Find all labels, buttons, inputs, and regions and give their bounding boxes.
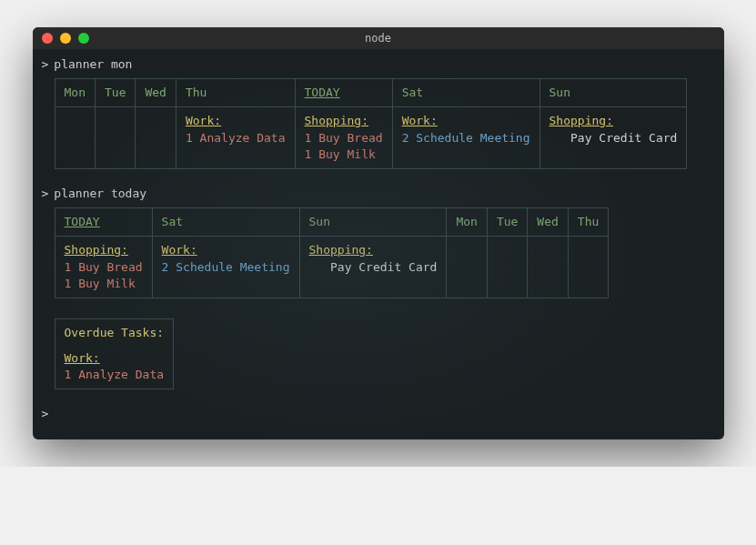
day-header: Thu [176, 79, 295, 107]
day-header: Thu [568, 208, 608, 237]
prompt-symbol: > [42, 187, 49, 200]
prompt-line-3[interactable]: > [42, 406, 715, 422]
task-text: Buy Milk [311, 147, 375, 161]
task-line: Pay Credit Card [549, 130, 678, 146]
day-header: Wed [528, 208, 568, 237]
day-header: Mon [55, 79, 95, 107]
command-1: planner mon [54, 57, 132, 71]
task-category: Work: [162, 242, 290, 258]
day-cell: Work:1 Analyze Data [176, 107, 295, 169]
day-cell: Work:2 Schedule Meeting [152, 237, 299, 298]
task-category: Shopping: [549, 113, 678, 129]
task-text: Pay Credit Card [316, 260, 437, 274]
day-cell: Shopping: Pay Credit Card [539, 107, 687, 169]
day-cell [447, 237, 487, 298]
task-line: 1 Buy Milk [305, 146, 383, 163]
task-text: Buy Bread [311, 131, 382, 145]
day-header: Sun [299, 208, 447, 237]
window-title: node [33, 32, 724, 45]
prompt-symbol: > [42, 407, 49, 420]
task-text: Buy Milk [71, 277, 135, 290]
prompt-symbol: > [42, 57, 49, 71]
prompt-line-2: >planner today [42, 186, 715, 202]
overdue-box: Overdue Tasks: Work: 1 Analyze Data [55, 318, 175, 390]
command-2: planner today [54, 187, 146, 200]
day-header: Tue [95, 79, 135, 107]
titlebar: node [33, 27, 724, 49]
day-cell: Work:2 Schedule Meeting [392, 107, 539, 169]
task-line: 1 Buy Bread [305, 130, 383, 146]
task-line: 1 Buy Bread [65, 259, 143, 276]
task-text: Schedule Meeting [408, 131, 529, 145]
terminal-body[interactable]: >planner mon MonTueWedThuTODAYSatSunWork… [33, 49, 724, 439]
task-category: Shopping: [309, 242, 438, 258]
day-cell [568, 237, 608, 298]
day-header: Sat [392, 79, 539, 107]
task-text: Schedule Meeting [168, 260, 289, 274]
day-header: Sun [539, 79, 687, 107]
task-line: 2 Schedule Meeting [402, 130, 530, 146]
task-text: Analyze Data [193, 131, 286, 145]
overdue-title: Overdue Tasks: [65, 325, 165, 341]
task-text: Analyze Data [71, 368, 164, 381]
day-header: Wed [136, 79, 176, 107]
task-line: 1 Buy Milk [65, 276, 143, 292]
day-cell: Shopping: Pay Credit Card [299, 237, 447, 298]
overdue-category: Work: [65, 350, 165, 367]
day-header-today: TODAY [55, 208, 152, 237]
task-line: 1 Analyze Data [186, 130, 286, 146]
task-category: Shopping: [305, 113, 383, 129]
day-header: Sat [152, 208, 299, 237]
task-category: Shopping: [65, 242, 143, 258]
task-category: Work: [186, 113, 286, 129]
task-line: Pay Credit Card [309, 259, 438, 276]
day-header-today: TODAY [295, 79, 392, 107]
task-priority: 1 [186, 131, 193, 145]
day-cell [487, 237, 527, 298]
day-cell [55, 107, 95, 169]
day-cell [95, 107, 135, 169]
terminal-window: node >planner mon MonTueWedThuTODAYSatSu… [33, 27, 724, 439]
day-header: Mon [447, 208, 487, 237]
day-cell: Shopping:1 Buy Bread1 Buy Milk [55, 237, 152, 298]
day-cell [528, 237, 568, 298]
planner-table-today: TODAYSatSunMonTueWedThuShopping:1 Buy Br… [55, 207, 610, 298]
task-line: 2 Schedule Meeting [162, 259, 290, 276]
day-header: Tue [487, 208, 527, 237]
planner-table-mon: MonTueWedThuTODAYSatSunWork:1 Analyze Da… [55, 78, 688, 169]
task-text: Pay Credit Card [556, 131, 677, 145]
task-category: Work: [402, 113, 530, 129]
task-text: Buy Bread [71, 260, 142, 274]
day-cell [136, 107, 176, 169]
day-cell: Shopping:1 Buy Bread1 Buy Milk [295, 107, 392, 169]
prompt-line-1: >planner mon [42, 56, 715, 73]
task-line: 1 Analyze Data [65, 367, 165, 383]
